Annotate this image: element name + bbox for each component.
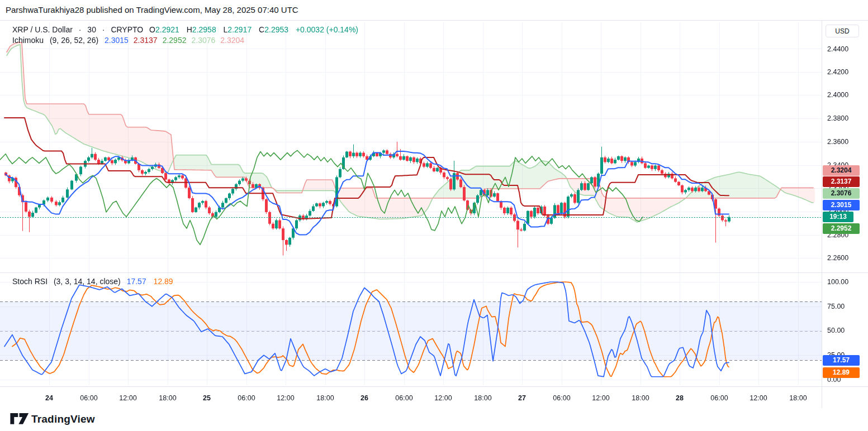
price-tick: 2.4000 [827, 91, 848, 99]
time-tick: 12:00 [750, 394, 767, 402]
time-tick: 12:00 [434, 394, 452, 402]
time-tick: 27 [518, 394, 526, 402]
legend-separator: · [102, 25, 105, 34]
ichimoku-value: 2.3076 [191, 36, 215, 45]
stoch-tick: 100.00 [827, 278, 848, 286]
close-value: 2.2953 [264, 25, 288, 34]
stoch-tick: 50.00 [827, 327, 845, 334]
high-value: 2.2958 [192, 25, 216, 34]
price-tick: 2.3800 [827, 114, 848, 122]
symbol-title[interactable]: XRP / U.S. Dollar [12, 25, 73, 34]
ichimoku-params: (9, 26, 52, 26) [50, 36, 98, 45]
time-tick: 28 [676, 394, 684, 402]
tradingview-logo-icon[interactable] [10, 413, 29, 427]
stoch-k-value: 17.57 [127, 277, 146, 286]
price-tick: 2.4400 [827, 45, 848, 53]
price-label: 2.2952 [823, 223, 860, 234]
countdown-label: 19:13 [823, 212, 853, 222]
open-value: 2.2921 [155, 25, 179, 34]
symbol-legend[interactable]: XRP / U.S. Dollar · 30 · CRYPTO O2.2921 … [12, 25, 358, 34]
header-divider [0, 20, 868, 21]
time-tick: 06:00 [395, 394, 412, 402]
ichimoku-name[interactable]: Ichimoku [12, 36, 44, 45]
time-tick: 24 [45, 394, 53, 402]
price-chart-canvas[interactable] [0, 0, 868, 431]
price-tick: 2.3600 [827, 138, 848, 146]
stoch-params: (3, 3, 14, 14, close) [54, 277, 121, 286]
price-label: 2.3015 [823, 200, 860, 210]
time-tick: 12:00 [119, 394, 136, 402]
price-tick: 2.2600 [827, 254, 848, 262]
price-label: 2.3076 [823, 188, 860, 199]
stoch-name[interactable]: Stoch RSI [12, 277, 48, 286]
stoch-d-value: 12.89 [154, 277, 173, 286]
price-tick: 2.4200 [827, 68, 848, 76]
price-label: 2.3204 [823, 165, 860, 176]
stoch-value-label: 17.57 [823, 355, 860, 366]
time-tick: 06:00 [80, 394, 97, 402]
high-label: H [187, 25, 192, 34]
time-tick: 12:00 [277, 394, 294, 402]
open-label: O [149, 25, 155, 34]
stoch-value-label: 12.89 [823, 367, 860, 378]
price-axis-divider [822, 20, 822, 408]
footer: TradingView [0, 408, 868, 431]
time-tick: 18:00 [474, 394, 491, 402]
time-tick: 18:00 [632, 394, 649, 402]
time-tick: 26 [361, 394, 368, 402]
currency-toggle-button[interactable]: USD [826, 25, 859, 37]
ichimoku-value: 2.2952 [163, 36, 187, 45]
ichimoku-value: 2.3137 [134, 36, 158, 45]
tradingview-published-chart: ParshwaTurakhiya28 published on TradingV… [0, 0, 868, 431]
pane-divider[interactable] [0, 272, 868, 273]
time-tick: 18:00 [316, 394, 334, 402]
time-tick: 18:00 [159, 394, 176, 402]
time-tick: 18:00 [789, 394, 807, 402]
time-tick: 25 [203, 394, 211, 402]
interval-label[interactable]: 30 [87, 25, 96, 34]
ichimoku-value: 2.3204 [220, 36, 244, 45]
time-tick: 06:00 [238, 394, 255, 402]
published-line: ParshwaTurakhiya28 published on TradingV… [6, 5, 298, 15]
publish-bar: ParshwaTurakhiya28 published on TradingV… [0, 0, 868, 20]
stoch-rsi-legend[interactable]: Stoch RSI (3, 3, 14, 14, close) 17.57 12… [12, 277, 173, 286]
time-tick: 06:00 [553, 394, 570, 402]
time-tick: 06:00 [710, 394, 728, 402]
exchange-label: CRYPTO [111, 25, 143, 34]
stoch-tick: 75.00 [827, 303, 845, 310]
time-tick: 12:00 [592, 394, 609, 402]
change-value: +0.0032 (+0.14%) [296, 25, 358, 34]
legend-separator: · [79, 25, 82, 34]
price-label: 2.3137 [823, 176, 860, 187]
close-label: C [259, 25, 264, 34]
ichimoku-value: 2.3015 [105, 36, 129, 45]
ichimoku-legend[interactable]: Ichimoku (9, 26, 52, 26) 2.30152.31372.2… [12, 36, 249, 45]
tradingview-wordmark[interactable]: TradingView [31, 413, 95, 425]
low-value: 2.2917 [227, 25, 252, 34]
ichimoku-values: 2.30152.31372.29522.30762.3204 [105, 36, 249, 45]
time-axis-divider [0, 386, 868, 387]
